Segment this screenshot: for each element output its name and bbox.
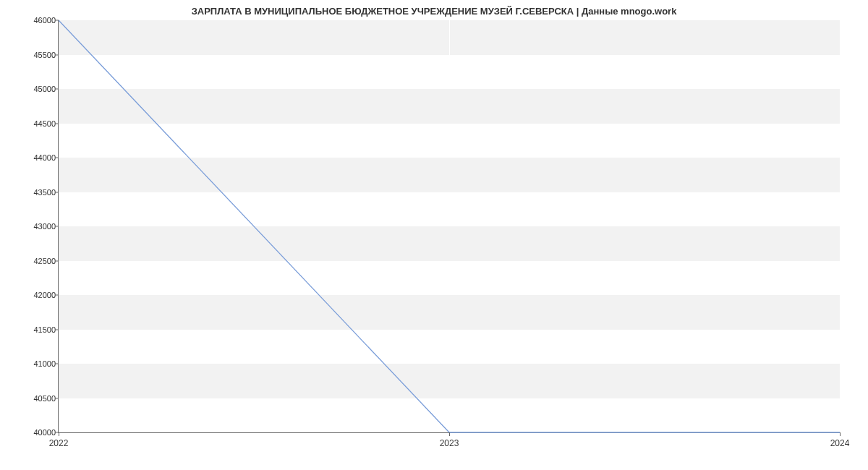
y-tick-mark [55,192,59,192]
y-tick-mark [55,123,59,124]
y-tick-mark [55,89,59,90]
y-tick-mark [55,398,59,398]
y-tick-mark [55,20,59,21]
x-tick-label: 2023 [440,438,459,448]
y-tick-label: 40500 [28,394,56,403]
x-tick-label: 2022 [49,438,69,448]
y-tick-label: 43500 [28,188,56,197]
chart-container: ЗАРПЛАТА В МУНИЦИПАЛЬНОЕ БЮДЖЕТНОЕ УЧРЕЖ… [0,0,868,470]
x-tick-mark [59,432,59,436]
y-tick-mark [55,260,59,261]
y-tick-label: 41000 [28,359,56,368]
series-line-salary [59,20,840,432]
x-tick-label: 2024 [830,438,850,448]
y-tick-label: 45500 [28,51,56,59]
y-tick-label: 44500 [28,119,56,128]
y-tick-mark [55,295,59,296]
y-tick-mark [55,329,59,330]
line-series-svg [59,20,840,432]
y-tick-label: 40000 [28,428,56,437]
y-tick-label: 42000 [28,291,56,299]
y-tick-label: 42500 [28,257,56,265]
chart-title: ЗАРПЛАТА В МУНИЦИПАЛЬНОЕ БЮДЖЕТНОЕ УЧРЕЖ… [0,6,868,17]
y-tick-mark [55,54,59,55]
y-tick-label: 43000 [28,222,56,231]
y-tick-label: 45000 [28,85,56,93]
plot-area: 4000040500410004150042000425004300043500… [58,20,840,433]
y-tick-label: 41500 [28,325,56,334]
y-tick-label: 46000 [28,16,56,25]
x-tick-mark [449,432,450,436]
y-tick-mark [55,226,59,227]
y-tick-mark [55,364,59,364]
y-tick-label: 44000 [28,153,56,162]
y-tick-mark [55,158,59,158]
x-tick-mark [840,432,841,436]
